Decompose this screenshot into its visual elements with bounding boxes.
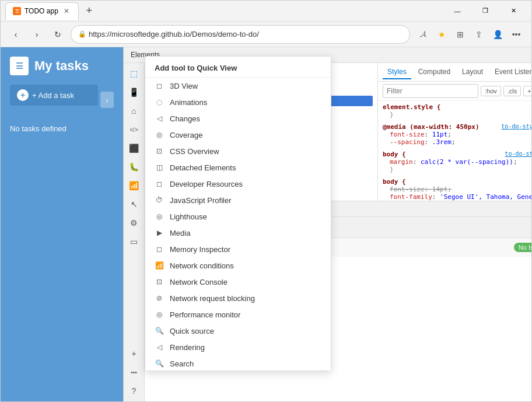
new-tab-button[interactable]: + bbox=[81, 3, 97, 19]
sidebar-more-icon[interactable]: ••• bbox=[126, 364, 142, 380]
memory-icon: ◻ bbox=[155, 244, 164, 254]
quick-view-menu[interactable]: Add tool to Quick View ◻ 3D View ◌ Anima… bbox=[145, 56, 331, 371]
tab-styles[interactable]: Styles bbox=[383, 65, 411, 79]
minimize-button[interactable]: — bbox=[444, 1, 471, 22]
back-button[interactable]: ‹ bbox=[8, 26, 24, 43]
menu-item-js-profiler[interactable]: ⏱ JavaScript Profiler bbox=[145, 192, 331, 208]
animations-icon: ◌ bbox=[155, 97, 164, 107]
sidebar-device2-icon[interactable]: ▭ bbox=[126, 233, 142, 250]
sidebar-device-icon[interactable]: 📱 bbox=[126, 84, 142, 100]
favorites-icon[interactable]: ★ bbox=[433, 26, 450, 43]
tab-close-button[interactable]: ✕ bbox=[62, 6, 71, 16]
css-prop-font-size-strike: font-size: 14pt; bbox=[383, 186, 531, 193]
3dview-icon: ◻ bbox=[155, 81, 164, 90]
sidebar-settings-icon[interactable]: ⚙ bbox=[126, 215, 142, 231]
styles-filter-input[interactable] bbox=[383, 84, 478, 98]
styles-content: element.style { } to-do-styles.css:40 @m… bbox=[378, 101, 531, 201]
css-rule-close: } bbox=[383, 111, 531, 118]
profile-icon[interactable]: 👤 bbox=[489, 26, 506, 43]
add-task-button[interactable]: + + Add a task bbox=[10, 85, 98, 106]
menu-item-rendering[interactable]: ◁ Rendering bbox=[145, 339, 331, 355]
js-profiler-icon: ⏱ bbox=[155, 195, 164, 205]
sidebar-home-icon[interactable]: ⌂ bbox=[126, 103, 142, 119]
menu-item-changes[interactable]: ◁ Changes bbox=[145, 110, 331, 127]
menu-item-css-overview[interactable]: ⊡ CSS Overview bbox=[145, 143, 331, 159]
menu-header: Add tool to Quick View bbox=[145, 59, 331, 78]
sidebar-code-icon[interactable]: </> bbox=[126, 121, 142, 138]
sidebar-wifi-icon[interactable]: 📶 bbox=[126, 177, 142, 194]
app-title: My tasks bbox=[34, 58, 89, 74]
menu-item-network-console[interactable]: ⊡ Network Console bbox=[145, 274, 331, 290]
menu-item-media[interactable]: ▶ Media bbox=[145, 225, 331, 241]
menu-item-3dview[interactable]: ◻ 3D View bbox=[145, 78, 331, 94]
sidebar-add-icon[interactable]: + bbox=[126, 345, 142, 362]
tab-event-listeners[interactable]: Event Listeners bbox=[490, 65, 531, 79]
sidebar-inspect-icon[interactable]: ⬚ bbox=[126, 65, 142, 82]
menu-item-label: Search bbox=[170, 359, 194, 368]
cls-button[interactable]: .cls bbox=[503, 86, 522, 96]
css-prop-font-size: font-size: 11pt; bbox=[383, 131, 531, 138]
css-rule-close-2: } bbox=[383, 166, 531, 173]
read-aloud-icon[interactable]: 𝓐 bbox=[415, 26, 431, 43]
title-bar-controls: — ❐ ✕ bbox=[444, 1, 527, 22]
sidebar-bug-icon[interactable]: 🐛 bbox=[126, 159, 142, 175]
detached-icon: ◫ bbox=[155, 163, 164, 172]
add-style-button[interactable]: + bbox=[523, 86, 531, 96]
title-bar: TODO app ✕ + — ❐ ✕ bbox=[1, 1, 531, 22]
menu-item-quick-source[interactable]: 🔍 Quick source bbox=[145, 323, 331, 339]
menu-item-lighthouse[interactable]: ◎ Lighthouse bbox=[145, 208, 331, 225]
css-source-link[interactable]: to-do-styles.css:40 bbox=[501, 123, 531, 130]
tab-title: TODO app bbox=[24, 7, 58, 15]
menu-item-memory[interactable]: ◻ Memory Inspector bbox=[145, 241, 331, 257]
tab-layout[interactable]: Layout bbox=[457, 65, 488, 79]
styles-toolbar: :hov .cls + ⊞ ⊟ bbox=[378, 82, 531, 101]
menu-item-label: JavaScript Profiler bbox=[170, 196, 231, 205]
network-console-icon: ⊡ bbox=[155, 277, 164, 286]
sidebar-help-icon[interactable]: ? bbox=[126, 383, 142, 399]
menu-item-label: CSS Overview bbox=[170, 147, 219, 156]
address-bar-icons: 𝓐 ★ ⊞ ⇪ 👤 ••• bbox=[415, 26, 524, 43]
styles-tabs: Styles Computed Layout Event Listeners ⌄ bbox=[378, 63, 531, 82]
more-icon[interactable]: ••• bbox=[508, 26, 524, 43]
menu-item-network-blocking[interactable]: ⊘ Network request blocking bbox=[145, 290, 331, 306]
search-icon: 🔍 bbox=[155, 359, 164, 368]
menu-item-coverage[interactable]: ◎ Coverage bbox=[145, 127, 331, 143]
collections-icon[interactable]: ⊞ bbox=[452, 26, 468, 43]
url-bar[interactable]: 🔒 https://microsoftedge.github.io/Demos/… bbox=[71, 25, 410, 44]
forward-button[interactable]: › bbox=[29, 26, 45, 43]
tab-computed[interactable]: Computed bbox=[414, 65, 455, 79]
refresh-button[interactable]: ↻ bbox=[50, 26, 66, 43]
css-source-link-2[interactable]: to-do-styles.css:1 bbox=[505, 151, 531, 157]
menu-item-developer[interactable]: ◻ Developer Resources bbox=[145, 176, 331, 192]
coverage-icon: ◎ bbox=[155, 130, 164, 139]
media-icon: ▶ bbox=[155, 228, 164, 237]
css-rule-media: to-do-styles.css:40 @media (max-width: 4… bbox=[383, 123, 531, 146]
css-rule-element-style: element.style { } bbox=[383, 103, 531, 118]
add-task-row: + + Add a task › bbox=[10, 85, 114, 115]
share-icon[interactable]: ⇪ bbox=[471, 26, 487, 43]
menu-item-label: Memory Inspector bbox=[170, 245, 230, 254]
browser-tab[interactable]: TODO app ✕ bbox=[5, 2, 79, 20]
hov-button[interactable]: :hov bbox=[481, 86, 501, 96]
restore-button[interactable]: ❐ bbox=[472, 1, 499, 22]
sidebar-layers-icon[interactable]: ⬛ bbox=[126, 140, 142, 156]
css-prop-margin: margin: calc(2 * var(--spacing)); bbox=[383, 158, 531, 166]
arrow-button[interactable]: › bbox=[100, 92, 114, 108]
url-text: https://microsoftedge.github.io/Demos/de… bbox=[89, 30, 259, 39]
menu-item-label: Network Console bbox=[170, 278, 228, 286]
tab-favicon bbox=[13, 7, 21, 15]
app-icon bbox=[10, 57, 29, 75]
menu-item-label: Lighthouse bbox=[170, 212, 207, 221]
sidebar-cursor-icon[interactable]: ↖ bbox=[126, 196, 142, 212]
menu-item-network-conditions[interactable]: 📶 Network conditions bbox=[145, 257, 331, 274]
menu-item-perf-monitor[interactable]: ◎ Performance monitor bbox=[145, 306, 331, 323]
title-bar-left: TODO app ✕ + bbox=[5, 2, 97, 20]
menu-item-label: Detached Elements bbox=[170, 163, 236, 172]
quick-source-icon: 🔍 bbox=[155, 326, 164, 335]
close-button[interactable]: ✕ bbox=[500, 1, 527, 22]
menu-item-search[interactable]: 🔍 Search bbox=[145, 355, 331, 371]
address-bar: ‹ › ↻ 🔒 https://microsoftedge.github.io/… bbox=[1, 22, 531, 47]
menu-item-animations[interactable]: ◌ Animations bbox=[145, 94, 331, 110]
css-rule-body-1: to-do-styles.css:1 body { margin: calc(2… bbox=[383, 151, 531, 173]
menu-item-detached[interactable]: ◫ Detached Elements bbox=[145, 159, 331, 176]
